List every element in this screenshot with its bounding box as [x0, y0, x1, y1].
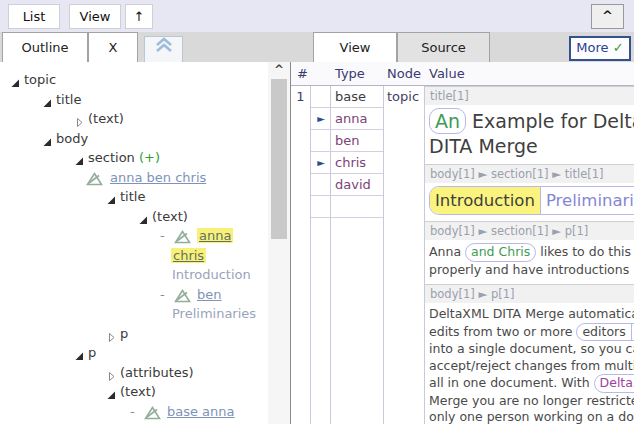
check-icon: ✓	[613, 40, 624, 55]
value-block: body[1] ► section[1] ► title[1]Introduct…	[425, 164, 634, 221]
tree-node-link[interactable]: base anna	[167, 404, 235, 419]
variant-row-base[interactable]: base	[311, 86, 383, 108]
col-header-type: Type	[335, 62, 365, 85]
row-marker-icon[interactable]: ►	[313, 112, 329, 125]
tree-node-link[interactable]: anna	[197, 228, 233, 243]
tab-view[interactable]: View	[313, 32, 397, 62]
scrollbar-thumb[interactable]	[271, 79, 287, 239]
value-text: accept/reject changes from multiple	[429, 358, 634, 373]
tree-row: (attributes)	[0, 363, 268, 383]
list-button[interactable]: List	[8, 4, 60, 29]
value-content: DeltaXML DITA Merge automaticallyedits f…	[425, 303, 634, 424]
outline-tree: topictitle(text)bodysection (+)anna ben …	[0, 62, 268, 424]
tree-node-link[interactable]: anna ben chris	[110, 170, 206, 185]
tree-node: base anna	[167, 402, 235, 422]
tree-node-label: p	[120, 326, 128, 341]
double-chevron-up-icon	[153, 39, 175, 58]
tree-row: (text)	[0, 382, 268, 402]
value-text: Example for DeltaXML	[466, 110, 634, 132]
col-header-num: #	[297, 62, 308, 85]
pill-segment: Preliminaries	[540, 187, 634, 214]
tree-node: body	[56, 129, 88, 149]
value-text-line: IntroductionPreliminaries	[429, 186, 634, 215]
tree-node-label: body	[56, 131, 88, 146]
scroll-up-icon[interactable]: ^	[268, 62, 290, 78]
variant-label: chris	[335, 152, 366, 173]
tab-source[interactable]: Source	[397, 32, 490, 62]
tree-node-label: Preliminaries	[172, 306, 256, 321]
tree-dash-marker: -	[160, 226, 165, 246]
value-block: title[1]An Example for DeltaXMLDITA Merg…	[425, 86, 634, 164]
variant-row-anna[interactable]: ►anna	[311, 108, 383, 130]
tree-node: (text)	[120, 382, 156, 402]
tree-node: ben	[197, 285, 222, 305]
pill-segment: Introduction	[430, 187, 540, 214]
value-text: Merge you are no longer restricted to	[429, 393, 634, 408]
tree-node: title	[56, 90, 81, 110]
merge-change-pill[interactable]: IntroductionPreliminaries	[429, 186, 634, 215]
tree-row: -anna	[0, 226, 268, 246]
collapse-caret-button[interactable]: ^	[591, 4, 624, 29]
value-breadcrumb: body[1] ► section[1] ► p[1]	[425, 221, 634, 240]
more-button[interactable]: More ✓	[569, 36, 631, 61]
tree-row: Preliminaries	[0, 304, 268, 324]
tree-node-label: topic	[24, 72, 56, 87]
value-text: DITA Merge	[429, 135, 538, 157]
value-breadcrumb: title[1]	[425, 86, 634, 105]
tree-dash-marker: -	[160, 285, 165, 305]
more-button-label: More	[576, 40, 608, 55]
tab-close-x[interactable]: X	[88, 32, 138, 62]
tab-strip: Outline X View Source More ✓	[0, 32, 634, 62]
value-content: IntroductionPreliminaries	[425, 183, 634, 221]
row-number: 1	[291, 86, 310, 108]
variant-label: david	[335, 174, 371, 195]
value-text-line: Anna and Chris likes to do this	[429, 243, 634, 262]
tree-scrollbar[interactable]: ^	[268, 62, 290, 424]
tree-dash-marker: -	[130, 402, 135, 422]
view-button[interactable]: View	[69, 4, 121, 29]
merge-change-pill[interactable]: editorsreviewers	[576, 323, 634, 342]
variant-row-ben[interactable]: ben	[311, 130, 383, 152]
tree-node-label: section	[88, 150, 139, 165]
tree-node-label: (text)	[120, 384, 156, 399]
variant-row-david[interactable]: david	[311, 174, 383, 196]
value-text-line: all in one document. With DeltaXML	[429, 374, 634, 393]
tree-node-label: p	[88, 345, 96, 360]
value-content: An Example for DeltaXMLDITA Merge	[425, 105, 634, 164]
collapse-all-button[interactable]	[144, 36, 183, 63]
node-name: topic	[387, 86, 419, 108]
tree-node: (text)	[88, 109, 124, 129]
value-text: edits from two or more	[429, 324, 576, 339]
value-text-line: accept/reject changes from multiple	[429, 358, 634, 375]
tree-row: -ben	[0, 285, 268, 305]
tree-node-label: title	[120, 189, 145, 204]
tree-node-link[interactable]: chris	[171, 248, 206, 263]
tree-node: anna	[197, 226, 233, 246]
value-text: properly and have introductions	[429, 262, 629, 277]
tree-node-label: Introduction	[172, 267, 251, 282]
merge-change-pill[interactable]: DeltaXML	[594, 374, 634, 393]
merge-change-pill[interactable]: An	[429, 108, 466, 134]
row-marker-icon[interactable]: ►	[313, 156, 329, 169]
value-text: Anna	[429, 244, 465, 259]
up-arrow-button[interactable]: ↑	[125, 4, 153, 29]
tree-row: title	[0, 90, 268, 110]
tree-node: section (+)	[88, 148, 160, 168]
value-column: title[1]An Example for DeltaXMLDITA Merg…	[425, 86, 634, 424]
tree-node-label: (+)	[139, 150, 160, 165]
col-header-value: Value	[429, 62, 465, 85]
pill-segment: editors	[577, 324, 630, 341]
pill-segment: An	[430, 109, 465, 133]
tree-row: title	[0, 187, 268, 207]
top-toolbar: List View ↑ ^	[0, 0, 634, 32]
merge-change-pill[interactable]: and Chris	[465, 243, 536, 262]
tree-node: Introduction	[172, 265, 251, 285]
value-text: into a single document, so you can	[429, 341, 634, 356]
tree-node-link[interactable]: ben	[197, 287, 222, 302]
value-breadcrumb: body[1] ► section[1] ► title[1]	[425, 164, 634, 183]
variant-row-chris[interactable]: ►chris	[311, 152, 383, 174]
variant-row-empty	[311, 196, 383, 218]
tree-row: -base anna	[0, 402, 268, 422]
tree-node-label: title	[56, 92, 81, 107]
tab-outline[interactable]: Outline	[2, 32, 88, 62]
